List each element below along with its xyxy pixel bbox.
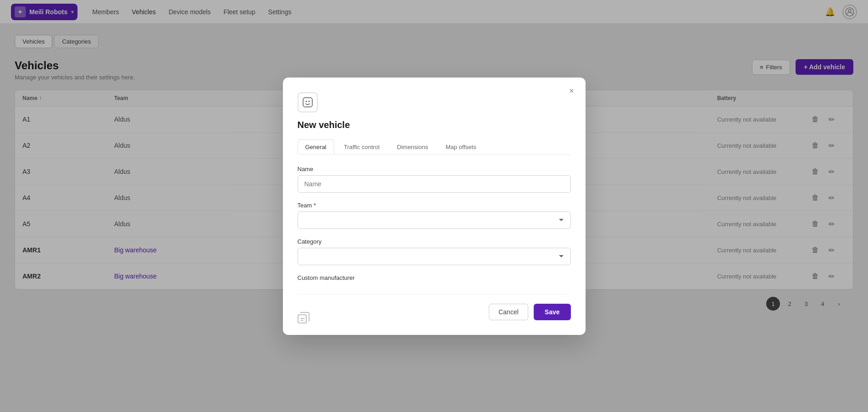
cancel-button[interactable]: Cancel bbox=[489, 304, 528, 320]
svg-point-4 bbox=[308, 100, 310, 102]
modal-tab-dimensions[interactable]: Dimensions bbox=[389, 139, 436, 154]
modal-tab-map-offsets[interactable]: Map offsets bbox=[438, 139, 484, 154]
modal-tabs: General Traffic control Dimensions Map o… bbox=[298, 139, 571, 155]
modal-close-button[interactable]: × bbox=[565, 85, 578, 98]
svg-rect-5 bbox=[298, 315, 306, 323]
svg-point-3 bbox=[305, 100, 307, 102]
custom-manufacturer-label: Custom manufacturer bbox=[298, 274, 571, 281]
team-field-group: Team * bbox=[298, 202, 571, 229]
new-vehicle-modal: × New vehicle General Traffic control Di… bbox=[283, 78, 586, 335]
category-select[interactable] bbox=[298, 248, 571, 265]
name-field-group: Name bbox=[298, 166, 571, 193]
team-select[interactable] bbox=[298, 212, 571, 229]
modal-overlay: × New vehicle General Traffic control Di… bbox=[0, 0, 868, 412]
category-label: Category bbox=[298, 238, 571, 245]
custom-manufacturer-field-group: Custom manufacturer bbox=[298, 274, 571, 281]
modal-title: New vehicle bbox=[298, 120, 571, 130]
name-label: Name bbox=[298, 166, 571, 173]
modal-tab-general[interactable]: General bbox=[298, 139, 334, 154]
modal-footer: Cancel Save bbox=[298, 294, 571, 320]
name-input[interactable] bbox=[298, 175, 571, 193]
modal-tab-traffic-control[interactable]: Traffic control bbox=[336, 139, 387, 154]
svg-rect-2 bbox=[303, 98, 312, 107]
modal-bottom-decoration-icon bbox=[298, 312, 310, 328]
modal-icon bbox=[298, 92, 318, 112]
team-label: Team * bbox=[298, 202, 571, 209]
save-button[interactable]: Save bbox=[534, 304, 571, 320]
category-field-group: Category bbox=[298, 238, 571, 265]
